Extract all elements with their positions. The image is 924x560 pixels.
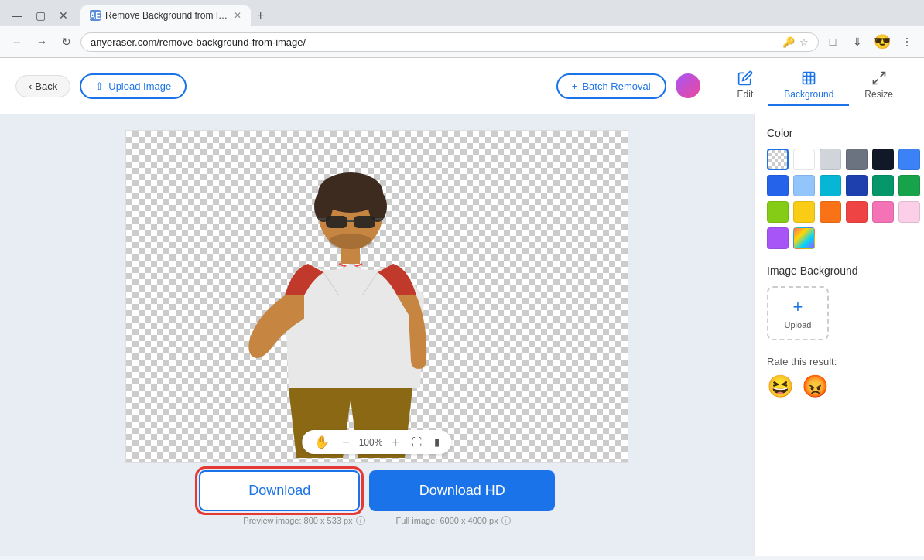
preview-info-text: Preview image: 800 x 533 px xyxy=(243,516,352,525)
right-panel: Color xyxy=(754,114,924,556)
profile-button[interactable]: 😎 xyxy=(871,31,893,53)
svg-rect-0 xyxy=(803,73,815,84)
image-bg-upload-button[interactable]: + Upload xyxy=(767,286,829,340)
color-swatch-navy[interactable] xyxy=(846,175,868,196)
color-swatch-gradient[interactable] xyxy=(793,227,815,249)
full-info: Full image: 6000 x 4000 px i xyxy=(396,516,511,525)
color-swatch-red[interactable] xyxy=(846,201,868,223)
color-swatch-black[interactable] xyxy=(872,149,894,170)
password-icon: 🔑 xyxy=(782,36,795,48)
full-info-text: Full image: 6000 x 4000 px xyxy=(396,516,498,525)
nav-bar: ← → ↻ anyeraser.com/remove-background-fr… xyxy=(0,26,924,58)
download-browser-button[interactable]: ⇓ xyxy=(847,31,868,53)
app-container: ‹ Back ⇧ Upload Image + Batch Removal Ed… xyxy=(0,58,924,556)
upload-label: Upload Image xyxy=(108,80,171,92)
svg-rect-12 xyxy=(354,216,375,228)
tab-edit[interactable]: Edit xyxy=(722,66,769,106)
color-swatch-orange[interactable] xyxy=(820,201,841,223)
refresh-button[interactable]: ↻ xyxy=(56,31,77,53)
full-info-icon[interactable]: i xyxy=(501,516,511,525)
batch-removal-button[interactable]: + Batch Removal xyxy=(556,73,666,99)
rate-label: Rate this result: xyxy=(767,356,912,367)
happy-emoji-button[interactable]: 😆 xyxy=(767,374,794,399)
tab-title: Remove Background from Ima... xyxy=(105,10,229,21)
image-info: Preview image: 800 x 533 px i Full image… xyxy=(243,516,510,525)
bookmark-icon[interactable]: ☆ xyxy=(799,36,809,48)
image-canvas: ✋ − 100% + ⛶ ▮ xyxy=(125,130,628,463)
svg-line-6 xyxy=(873,80,878,84)
preview-info-icon[interactable]: i xyxy=(356,516,365,525)
download-hd-button[interactable]: Download HD xyxy=(369,470,555,511)
upload-image-button[interactable]: ⇧ Upload Image xyxy=(80,73,187,99)
color-swatch-green-teal[interactable] xyxy=(872,175,894,196)
window-controls: — ▢ ✕ xyxy=(6,5,74,26)
color-swatch-green[interactable] xyxy=(898,175,920,196)
color-swatch-white[interactable] xyxy=(793,149,815,170)
color-swatch-gray[interactable] xyxy=(846,149,868,170)
angry-emoji-button[interactable]: 😡 xyxy=(802,374,829,399)
svg-point-19 xyxy=(329,234,372,249)
tab-close-icon[interactable]: ✕ xyxy=(234,10,241,21)
pan-button[interactable]: ✋ xyxy=(311,433,333,451)
upload-plus-icon: + xyxy=(793,297,803,317)
upload-icon: ⇧ xyxy=(95,80,104,92)
preview-info: Preview image: 800 x 533 px i xyxy=(243,516,364,525)
zoom-out-button[interactable]: − xyxy=(339,434,352,451)
color-swatch-transparent[interactable] xyxy=(767,149,789,170)
color-section: Color xyxy=(767,127,912,249)
extensions-button[interactable]: □ xyxy=(822,31,844,53)
forward-nav-button[interactable]: → xyxy=(31,31,53,53)
tab-resize[interactable]: Resize xyxy=(849,66,909,106)
address-bar[interactable]: anyeraser.com/remove-background-from-ima… xyxy=(80,32,819,52)
close-button[interactable]: ✕ xyxy=(53,5,74,26)
tab-bar: AE Remove Background from Ima... ✕ + xyxy=(80,5,270,26)
download-buttons: Download Download HD xyxy=(199,470,555,511)
plus-icon: + xyxy=(572,80,578,92)
color-swatch-blue[interactable] xyxy=(898,149,920,170)
color-swatch-purple[interactable] xyxy=(767,227,789,249)
url-text: anyeraser.com/remove-background-from-ima… xyxy=(91,36,778,48)
color-grid xyxy=(767,149,912,249)
rate-section: Rate this result: 😆 😡 xyxy=(767,356,912,399)
split-view-button[interactable]: ▮ xyxy=(431,435,443,449)
fit-button[interactable]: ⛶ xyxy=(409,435,425,449)
maximize-button[interactable]: ▢ xyxy=(29,5,51,26)
batch-label: Batch Removal xyxy=(582,80,650,92)
color-swatch-pink[interactable] xyxy=(872,201,894,223)
background-icon xyxy=(801,70,816,86)
user-avatar[interactable] xyxy=(676,73,700,98)
color-label: Color xyxy=(767,127,912,139)
zoom-level: 100% xyxy=(359,437,383,448)
color-swatch-light-pink[interactable] xyxy=(898,201,920,223)
zoom-bar: ✋ − 100% + ⛶ ▮ xyxy=(302,430,451,454)
resize-label: Resize xyxy=(864,89,893,100)
svg-rect-16 xyxy=(341,247,360,264)
upload-bg-label: Upload xyxy=(785,320,812,330)
color-swatch-blue-bright[interactable] xyxy=(767,175,789,196)
back-button[interactable]: ‹ Back xyxy=(15,75,70,97)
new-tab-button[interactable]: + xyxy=(251,5,270,26)
minimize-button[interactable]: — xyxy=(6,5,28,26)
tool-tabs: Edit Background Resiz xyxy=(722,66,909,106)
resize-icon xyxy=(871,70,887,86)
color-swatch-yellow[interactable] xyxy=(793,201,815,223)
tab-background[interactable]: Background xyxy=(768,66,849,106)
main-content: ✋ − 100% + ⛶ ▮ Download Download HD Prev… xyxy=(0,114,924,556)
color-swatch-yellow-green[interactable] xyxy=(767,201,789,223)
emoji-row: 😆 😡 xyxy=(767,374,912,399)
download-button[interactable]: Download xyxy=(199,470,360,511)
browser-chrome: — ▢ ✕ AE Remove Background from Ima... ✕… xyxy=(0,0,924,58)
back-arrow-icon: ‹ xyxy=(29,80,32,92)
menu-button[interactable]: ⋮ xyxy=(896,31,918,53)
background-label: Background xyxy=(784,89,833,100)
edit-icon xyxy=(737,70,753,86)
color-swatch-teal[interactable] xyxy=(820,175,841,196)
zoom-in-button[interactable]: + xyxy=(388,434,402,451)
active-tab[interactable]: AE Remove Background from Ima... ✕ xyxy=(80,5,251,26)
tab-favicon: AE xyxy=(90,10,101,21)
color-swatch-blue-light[interactable] xyxy=(793,175,815,196)
nav-actions: □ ⇓ 😎 ⋮ xyxy=(822,31,918,53)
color-swatch-lightgray[interactable] xyxy=(820,149,841,170)
back-nav-button[interactable]: ← xyxy=(6,31,28,53)
image-bg-section: Image Background + Upload xyxy=(767,265,912,340)
